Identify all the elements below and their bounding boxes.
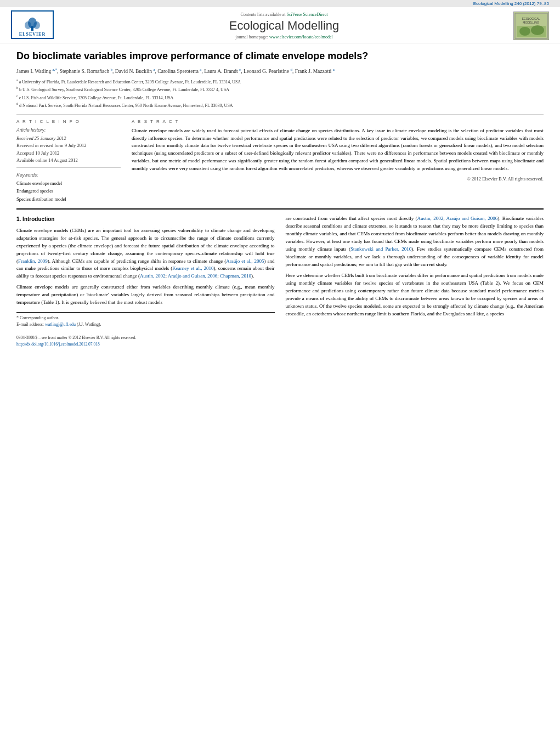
svg-point-10 (531, 25, 544, 35)
franklin-ref[interactable]: Franklin, 2009 (18, 258, 48, 264)
svg-point-2 (25, 21, 31, 29)
article-title: Do bioclimate variables improve performa… (16, 50, 544, 63)
araujo-guisan-2006-ref[interactable]: Araújo and Guisan, 2006 (446, 216, 497, 221)
email-link[interactable]: watlingj@ufl.edu (45, 322, 76, 327)
abstract-text: Climate envelope models are widely used … (132, 127, 544, 173)
received-date: Received 25 January 2012 (16, 135, 121, 143)
info-section-divider (16, 167, 121, 168)
elsevier-tree-icon (21, 15, 43, 32)
accepted-date: Accepted 10 July 2012 (16, 150, 121, 157)
sciverse-link[interactable]: SciVerse ScienceDirect (287, 12, 328, 17)
austin-ref[interactable]: Austin, 2002 (140, 273, 166, 279)
elsevier-logo: ELSEVIER (11, 10, 55, 41)
svg-text:MODELLING: MODELLING (523, 21, 539, 24)
email-line: E-mail address: watlingj@ufl.edu (J.J. W… (16, 321, 275, 328)
received-revised-date: Received in revised form 9 July 2012 (16, 142, 121, 150)
article-info-heading: A R T I C L E I N F O (16, 119, 121, 124)
chapman-ref[interactable]: Chapman, 2010 (220, 273, 251, 279)
keyword-1: Climate envelope model (16, 179, 121, 187)
abstract-heading: A B S T R A C T (132, 119, 544, 124)
homepage-url[interactable]: www.elsevier.com/locate/ecolmodel (269, 35, 333, 39)
copyright-line: © 2012 Elsevier B.V. All rights reserved… (132, 176, 544, 182)
affiliations: a a University of Florida, Ft. Lauderdal… (16, 78, 544, 110)
header-divider (16, 114, 544, 115)
svg-point-9 (519, 27, 530, 36)
body-para-4: Here we determine whether CEMs built fro… (286, 272, 544, 318)
body-para-2: Climate envelope models are generally co… (16, 284, 275, 307)
body-divider-top (16, 208, 544, 210)
body-col-left: 1. Introduction Climate envelope models … (16, 215, 275, 348)
info-abstract-section: A R T I C L E I N F O Article history: R… (16, 119, 544, 203)
bottom-bar: 0304-3800/$ – see front matter © 2012 El… (16, 335, 275, 348)
issn-line: 0304-3800/$ – see front matter © 2012 El… (16, 335, 275, 341)
cover-image-icon: ECOLOGICAL MODELLING (514, 12, 548, 39)
doi-link[interactable]: http://dx.doi.org/10.1016/j.ecolmodel.20… (16, 342, 100, 347)
body-col-right: are constructed from variables that affe… (286, 215, 544, 348)
authors-line: James I. Watling a,*, Stephanie S. Romañ… (16, 67, 544, 75)
araujo-2005-ref[interactable]: Araújo et al., 2005 (226, 258, 264, 264)
journal-center: Contents lists available at SciVerse Sci… (60, 12, 508, 39)
journal-header: ELSEVIER Contents lists available at Sci… (0, 7, 560, 43)
article-info-column: A R T I C L E I N F O Article history: R… (16, 119, 121, 203)
footnote-area: * Corresponding author. E-mail address: … (16, 312, 275, 328)
body-para-3: are constructed from variables that affe… (286, 215, 544, 269)
issue-badge-bar: Ecological Modelling 246 (2012) 79–85 (0, 0, 560, 7)
body-section: 1. Introduction Climate envelope models … (16, 215, 544, 348)
body-para-1: Climate envelope models (CEMs) are an im… (16, 227, 275, 281)
available-date: Available online 14 August 2012 (16, 157, 121, 165)
journal-cover-image: ECOLOGICAL MODELLING (513, 12, 549, 40)
elsevier-label: ELSEVIER (19, 32, 46, 37)
stankowski-ref[interactable]: Stankowski and Parker, 2010 (350, 246, 411, 252)
page-wrapper: Ecological Modelling 246 (2012) 79–85 EL… (0, 0, 560, 741)
doi-line: http://dx.doi.org/10.1016/j.ecolmodel.20… (16, 341, 275, 348)
abstract-column: A B S T R A C T Climate envelope models … (132, 119, 544, 203)
araujo-guisan-ref[interactable]: Araújo and Guisan, 2006 (168, 273, 217, 279)
corresponding-label: * Corresponding author. (16, 315, 275, 321)
section1-heading: 1. Introduction (16, 215, 275, 224)
issue-badge-text: Ecological Modelling 246 (2012) 79–85 (473, 1, 549, 6)
keyword-2: Endangered species (16, 187, 121, 195)
journal-homepage: journal homepage: www.elsevier.com/locat… (60, 35, 508, 39)
contents-line: Contents lists available at SciVerse Sci… (60, 12, 508, 17)
journal-title: Ecological Modelling (60, 19, 508, 33)
main-content: Do bioclimate variables improve performa… (0, 43, 560, 359)
svg-point-3 (33, 21, 40, 29)
keyword-3: Species distribution model (16, 195, 121, 203)
history-label: Article history: (16, 127, 121, 133)
austin-2002-ref[interactable]: Austin, 2002 (417, 216, 444, 221)
svg-text:ECOLOGICAL: ECOLOGICAL (522, 17, 540, 20)
kearney-ref[interactable]: Kearney et al., 2010 (172, 265, 213, 271)
keywords-label: Keywords: (16, 172, 121, 178)
